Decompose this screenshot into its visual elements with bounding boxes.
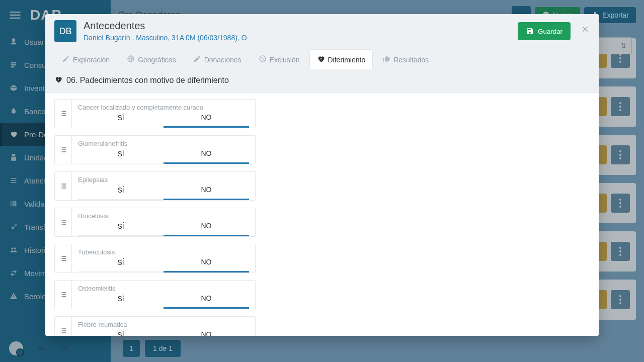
question-handle[interactable] bbox=[55, 208, 72, 236]
tab-exploración[interactable]: Exploración bbox=[54, 49, 117, 69]
tab-diferimiento[interactable]: Diferimiento bbox=[309, 49, 373, 69]
tab-label: Geográficos bbox=[138, 56, 176, 64]
tab-donaciones[interactable]: Donaciones bbox=[186, 49, 249, 69]
option-yes[interactable]: SÍ bbox=[78, 331, 164, 336]
question-card: Glomerulonefritis SÍ NO bbox=[54, 135, 256, 164]
question-label: Epilepsias bbox=[78, 176, 249, 184]
patient-avatar: DB bbox=[54, 20, 76, 42]
option-no[interactable]: NO bbox=[164, 113, 249, 128]
question-handle[interactable] bbox=[55, 317, 72, 336]
option-no[interactable]: NO bbox=[164, 186, 249, 200]
close-button[interactable] bbox=[582, 24, 590, 36]
handle-icon bbox=[59, 218, 67, 226]
tab-geográficos[interactable]: Geográficos bbox=[119, 49, 183, 69]
question-card: Osteomielitis SÍ NO bbox=[54, 280, 256, 309]
question-card: Epilepsias SÍ NO bbox=[54, 171, 256, 201]
question-label: Cancer localizado y completamente curado bbox=[78, 104, 249, 111]
tab-label: Resultados bbox=[393, 56, 429, 64]
handle-icon bbox=[59, 254, 67, 262]
question-card: Cancer localizado y completamente curado… bbox=[54, 99, 256, 128]
close-icon bbox=[582, 25, 590, 33]
option-yes[interactable]: SÍ bbox=[78, 258, 164, 272]
question-handle[interactable] bbox=[55, 100, 72, 128]
handle-icon bbox=[59, 291, 67, 299]
handle-icon bbox=[59, 146, 67, 154]
question-handle[interactable] bbox=[55, 172, 72, 200]
option-no[interactable]: NO bbox=[164, 149, 249, 164]
handle-icon bbox=[59, 327, 67, 335]
option-yes[interactable]: SÍ bbox=[78, 295, 164, 308]
option-yes[interactable]: SÍ bbox=[78, 114, 164, 127]
option-no[interactable]: NO bbox=[164, 330, 249, 336]
tab-label: Donaciones bbox=[204, 56, 242, 64]
save-button-label: Guardar bbox=[538, 28, 562, 35]
patient-summary[interactable]: Daniel Bugarín , Masculino, 31A 0M (06/0… bbox=[84, 34, 249, 42]
heartbeat-icon bbox=[54, 75, 62, 85]
globe-icon bbox=[127, 55, 135, 63]
ban-icon bbox=[259, 55, 267, 63]
tab-label: Exclusión bbox=[270, 56, 300, 64]
question-card: Tuberculosis SÍ NO bbox=[54, 244, 256, 273]
antecedentes-modal: DB Antecedentes Daniel Bugarín , Masculi… bbox=[45, 14, 599, 336]
option-no[interactable]: NO bbox=[164, 258, 249, 273]
pencil-icon bbox=[62, 55, 70, 63]
tab-label: Diferimiento bbox=[328, 56, 366, 64]
save-button[interactable]: Guardar bbox=[518, 22, 571, 40]
heartbeat-icon bbox=[317, 55, 325, 63]
save-icon bbox=[526, 27, 534, 35]
option-yes[interactable]: SÍ bbox=[78, 186, 164, 200]
question-label: Glomerulonefritis bbox=[78, 140, 249, 147]
option-no[interactable]: NO bbox=[164, 294, 249, 309]
question-label: Osteomielitis bbox=[78, 285, 249, 292]
handle-icon bbox=[59, 182, 67, 190]
question-handle[interactable] bbox=[55, 136, 72, 164]
question-label: Fiebre reumatica bbox=[78, 321, 249, 328]
tab-resultados[interactable]: Resultados bbox=[375, 49, 436, 69]
question-handle[interactable] bbox=[55, 281, 72, 309]
question-label: Brucelosis bbox=[78, 212, 249, 220]
option-yes[interactable]: SÍ bbox=[78, 222, 164, 236]
question-handle[interactable] bbox=[55, 244, 72, 273]
question-label: Tuberculosis bbox=[78, 248, 249, 256]
option-yes[interactable]: SÍ bbox=[78, 150, 164, 163]
section-title: 06. Padecimientos con motivo de diferimi… bbox=[66, 76, 229, 85]
question-card: Fiebre reumatica SÍ NO bbox=[54, 316, 256, 336]
thumbs-up-icon bbox=[382, 55, 390, 63]
question-card: Brucelosis SÍ NO bbox=[54, 208, 256, 237]
option-no[interactable]: NO bbox=[164, 222, 249, 236]
modal-title: Antecedentes bbox=[84, 20, 249, 32]
tab-exclusión[interactable]: Exclusión bbox=[251, 49, 307, 69]
handle-icon bbox=[59, 110, 67, 118]
tab-label: Exploración bbox=[73, 56, 110, 64]
pencil-icon bbox=[193, 55, 201, 63]
